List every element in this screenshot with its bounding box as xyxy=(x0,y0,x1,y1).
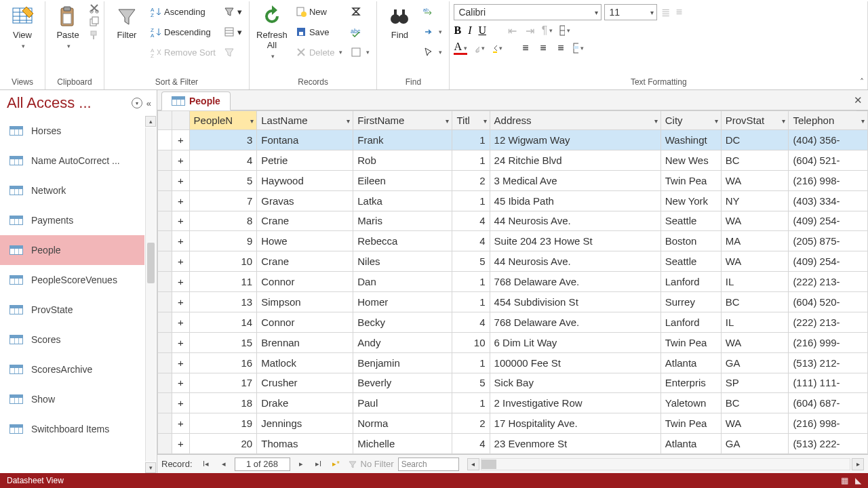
nav-menu-icon[interactable]: ▾ xyxy=(132,98,142,108)
cell[interactable]: Crane xyxy=(257,251,353,272)
cell[interactable]: (111) 111- xyxy=(789,373,868,393)
cell[interactable]: (403) 334- xyxy=(789,190,868,211)
column-header-lastname[interactable]: LastName▾ xyxy=(257,111,353,130)
nav-item-payments[interactable]: Payments xyxy=(0,205,144,235)
cell[interactable]: GA xyxy=(721,434,789,454)
cell[interactable]: Simpson xyxy=(257,292,353,312)
cell[interactable]: 18 xyxy=(189,393,257,413)
cell[interactable]: Yaletown xyxy=(660,393,721,413)
cell[interactable]: Surrey xyxy=(660,292,721,312)
collapse-ribbon-icon[interactable]: ˄ xyxy=(860,77,864,87)
save-record-button[interactable]: Save xyxy=(293,23,346,41)
cell[interactable]: Homer xyxy=(353,292,452,312)
cell[interactable]: 16 xyxy=(189,352,257,373)
cell[interactable]: 20 xyxy=(189,434,257,454)
nav-item-scoresarchive[interactable]: ScoresArchive xyxy=(0,354,144,384)
column-header-peoplen[interactable]: PeopleN▾ xyxy=(189,111,257,130)
row-selector[interactable] xyxy=(158,231,172,251)
cell[interactable]: MA xyxy=(721,231,789,251)
first-record-button[interactable]: I◂ xyxy=(199,458,213,471)
refresh-button[interactable]: Refresh All xyxy=(254,3,290,60)
text-dir-icon[interactable]: ¶ xyxy=(542,25,553,36)
highlight-icon[interactable] xyxy=(474,43,485,54)
cell[interactable]: WA xyxy=(721,170,789,190)
ascending-button[interactable]: AZAscending xyxy=(148,3,218,20)
gridlines-icon[interactable] xyxy=(559,25,570,36)
table-row[interactable]: +8CraneMaris444 Neurosis Ave.SeattleWA(4… xyxy=(158,211,868,231)
cell[interactable]: 45 Ibida Path xyxy=(490,190,660,211)
row-selector[interactable] xyxy=(158,352,172,373)
cell[interactable]: Rob xyxy=(353,150,452,170)
remove-sort-button[interactable]: AZRemove Sort xyxy=(148,43,218,61)
cell[interactable]: BC xyxy=(721,292,789,312)
prev-record-button[interactable]: ◂ xyxy=(217,458,231,471)
cell[interactable]: 24 Ritchie Blvd xyxy=(490,150,660,170)
column-filter-icon[interactable]: ▾ xyxy=(484,117,487,124)
cell[interactable]: 17 xyxy=(189,373,257,393)
cell[interactable]: 1 xyxy=(452,150,490,170)
indent-inc-icon[interactable]: ⇥ xyxy=(524,25,535,36)
nav-collapse-icon[interactable]: « xyxy=(146,98,151,108)
row-selector[interactable] xyxy=(158,272,172,292)
cell[interactable]: New Wes xyxy=(660,150,721,170)
cell[interactable]: (409) 254- xyxy=(789,251,868,272)
cell[interactable]: 454 Subdivision St xyxy=(490,292,660,312)
select-button[interactable] xyxy=(420,43,445,61)
cell[interactable]: 5 xyxy=(452,251,490,272)
find-button[interactable]: Find xyxy=(381,3,418,40)
cell[interactable]: WA xyxy=(721,211,789,231)
font-name-combo[interactable]: Calibri▾ xyxy=(454,4,601,20)
column-header-telephon[interactable]: Telephon▾ xyxy=(789,111,868,130)
cell[interactable]: Washingt xyxy=(660,130,721,150)
cell[interactable]: BC xyxy=(721,393,789,413)
select-all-corner[interactable] xyxy=(158,111,172,130)
indent-dec-icon[interactable]: ⇤ xyxy=(507,25,517,36)
cell[interactable]: 17 Hospitality Ave. xyxy=(490,413,660,434)
table-row[interactable]: +11ConnorDan1768 Delaware Ave.LanfordIL(… xyxy=(158,272,868,292)
cell[interactable]: (604) 687- xyxy=(789,393,868,413)
cell[interactable]: WA xyxy=(721,251,789,272)
cell[interactable]: 1 xyxy=(452,272,490,292)
cell[interactable]: Gravas xyxy=(257,190,353,211)
cell[interactable]: 768 Delaware Ave. xyxy=(490,312,660,332)
cell[interactable]: Dan xyxy=(353,272,452,292)
underline-button[interactable]: U xyxy=(478,24,486,37)
paste-button[interactable]: Paste xyxy=(50,3,86,49)
status-design-icon[interactable]: ◣ xyxy=(855,476,861,485)
table-row[interactable]: +4PetrieRob124 Ritchie BlvdNew WesBC(604… xyxy=(158,150,868,170)
row-selector[interactable] xyxy=(158,373,172,393)
cell[interactable]: 13 xyxy=(189,292,257,312)
cell[interactable]: Latka xyxy=(353,190,452,211)
cell[interactable]: Fontana xyxy=(257,130,353,150)
nav-scroll-up[interactable]: ▴ xyxy=(145,116,156,127)
column-filter-icon[interactable]: ▾ xyxy=(250,117,254,124)
nav-item-people[interactable]: People xyxy=(0,235,144,265)
hscroll-right[interactable]: ▸ xyxy=(852,458,864,470)
cell[interactable]: Becky xyxy=(353,312,452,332)
copy-icon[interactable] xyxy=(89,16,100,27)
cell[interactable]: Sick Bay xyxy=(490,373,660,393)
cell[interactable]: 5 xyxy=(452,373,490,393)
row-selector[interactable] xyxy=(158,251,172,272)
column-header-firstname[interactable]: FirstName▾ xyxy=(353,111,452,130)
cell[interactable]: Michelle xyxy=(353,434,452,454)
cell[interactable]: 44 Neurosis Ave. xyxy=(490,251,660,272)
cell[interactable]: Atlanta xyxy=(660,352,721,373)
row-selector[interactable] xyxy=(158,190,172,211)
nav-item-switchboard-items[interactable]: Switchboard Items xyxy=(0,414,144,444)
font-size-combo[interactable]: 11▾ xyxy=(604,4,657,20)
cell[interactable]: Brennan xyxy=(257,332,353,352)
cut-icon[interactable] xyxy=(89,3,100,14)
hscroll-left[interactable]: ◂ xyxy=(467,458,479,470)
cell[interactable]: 44 Neurosis Ave. xyxy=(490,211,660,231)
table-row[interactable]: +10CraneNiles544 Neurosis Ave.SeattleWA(… xyxy=(158,251,868,272)
cell[interactable]: 8 xyxy=(189,211,257,231)
table-row[interactable]: +18DrakePaul12 Investigative RowYaletown… xyxy=(158,393,868,413)
nav-item-network[interactable]: Network xyxy=(0,176,144,205)
nav-item-horses[interactable]: Horses xyxy=(0,116,144,146)
column-header-city[interactable]: City▾ xyxy=(660,111,721,130)
align-center-icon[interactable]: ≡ xyxy=(538,43,549,54)
cell[interactable]: Niles xyxy=(353,251,452,272)
cell[interactable]: (216) 999- xyxy=(789,332,868,352)
expand-row-icon[interactable]: + xyxy=(172,393,189,413)
